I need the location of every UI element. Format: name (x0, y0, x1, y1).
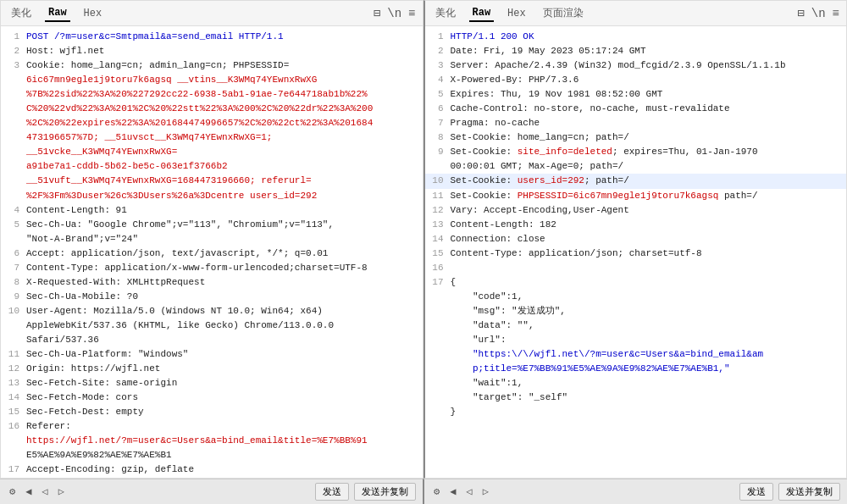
table-row: 4 X-Powered-By: PHP/7.3.6 (425, 73, 847, 87)
left-newline-icon[interactable]: \n (387, 7, 401, 20)
left-panel-header: 美化 Raw Hex ⊟ \n ≡ (1, 1, 423, 26)
table-row: "code":1, (425, 290, 847, 304)
table-row: 9 Sec-Ch-Ua-Mobile: ?0 (1, 290, 423, 304)
table-row: 12 Vary: Accept-Encoding,User-Agent (425, 203, 847, 218)
table-row: 13 Content-Length: 182 (425, 218, 847, 232)
right-panel-content: 1 HTTP/1.1 200 OK 2 Date: Fri, 19 May 20… (425, 26, 847, 478)
left-action-buttons: 发送 发送并复制 (315, 483, 416, 501)
table-row: 6 Cache-Control: no-store, no-cache, mus… (425, 102, 847, 116)
table-row: 17 Accept-Encoding: gzip, deflate (1, 462, 423, 477)
table-row: 7 Pragma: no-cache (425, 116, 847, 130)
right-nav-fwd-icon[interactable]: ▷ (480, 485, 491, 499)
table-row: __51vuft__K3WMq74YEwnxRwXG=1684473196660… (1, 174, 423, 188)
left-tab-beautify[interactable]: 美化 (8, 4, 35, 22)
right-nav-back-icon[interactable]: ◁ (463, 485, 474, 499)
table-row: %2C%20%22expires%22%3A%201684474996657%2… (1, 116, 423, 130)
table-row: 14 Connection: close (425, 232, 847, 246)
table-row: "url": (425, 333, 847, 347)
table-row: 9 Set-Cookie: site_info=deleted; expires… (425, 145, 847, 159)
table-row: 17 { (425, 275, 847, 290)
table-row: 5 Expires: Thu, 19 Nov 1981 08:52:00 GMT (425, 87, 847, 102)
table-row: 7 Content-Type: application/x-www-form-u… (1, 261, 423, 275)
table-row: p;title=%E7%BB%91%E5%AE%9A%E9%82%AE%E7%A… (425, 362, 847, 376)
right-tab-render[interactable]: 页面渲染 (540, 4, 587, 22)
table-row: 14 Sec-Fetch-Mode: cors (1, 390, 423, 405)
left-tab-hex[interactable]: Hex (80, 6, 106, 21)
table-row: "Not-A-Brand";v="24" (1, 232, 423, 246)
table-row: "target": "_self" (425, 390, 847, 405)
left-nav-prev-icon[interactable]: ◀ (23, 485, 34, 499)
table-row: 8 X-Requested-With: XMLHttpRequest (1, 275, 423, 290)
table-row: 18 Accept-Language: zh-CN,zh;q=0.9 (1, 477, 423, 478)
table-row: 3 Server: Apache/2.4.39 (Win32) mod_fcgi… (425, 58, 847, 73)
table-row: 13 Sec-Fetch-Site: same-origin (1, 376, 423, 390)
left-tab-raw[interactable]: Raw (45, 5, 70, 22)
table-row: %2F%3Fm%3Duser%26c%3DUsers%26a%3Dcentre … (1, 189, 423, 203)
table-row: 6 Accept: application/json, text/javascr… (1, 246, 423, 261)
table-row: AppleWebKit/537.36 (KHTML, like Gecko) C… (1, 318, 423, 333)
table-row: %7B%22sid%22%3A%20%227292cc22-6938-5ab1-… (1, 87, 423, 102)
table-row: 15 Content-Type: application/json; chars… (425, 246, 847, 261)
table-row: 15 Sec-Fetch-Dest: empty (1, 405, 423, 419)
left-send-copy-button[interactable]: 发送并复制 (354, 483, 416, 501)
table-row: a91be7a1-cddb-5b62-be5c-063e1f3766b2 (1, 159, 423, 174)
table-row: 10 Set-Cookie: users_id=292; path=/ (425, 174, 847, 188)
left-send-button[interactable]: 发送 (315, 483, 349, 501)
table-row: __51vcke__K3WMq74YEwnxRwXG= (1, 145, 423, 159)
table-row: 16 Referer: (1, 419, 423, 434)
table-row: Safari/537.36 (1, 333, 423, 347)
right-tab-hex[interactable]: Hex (504, 6, 529, 21)
left-nav-fwd-icon[interactable]: ▷ (56, 485, 67, 499)
table-row: 3 Cookie: home_lang=cn; admin_lang=cn; P… (1, 58, 423, 73)
table-row: 10 User-Agent: Mozilla/5.0 (Windows NT 1… (1, 304, 423, 318)
left-nav-back-icon[interactable]: ◁ (39, 485, 50, 499)
left-copy-icon[interactable]: ⊟ (374, 6, 380, 20)
table-row: C%20%22vd%22%3A%201%2C%20%22stt%22%3A%20… (1, 102, 423, 116)
table-row: 473196657%7D; __51uvsct__K3WMq74YEwnxRwX… (1, 130, 423, 145)
table-row: 16 (425, 261, 847, 275)
right-panel: 美化 Raw Hex 页面渲染 ⊟ \n ≡ 1 HTTP/1.1 200 OK… (424, 0, 848, 479)
right-send-copy-button[interactable]: 发送并复制 (778, 483, 840, 501)
right-panel-header: 美化 Raw Hex 页面渲染 ⊟ \n ≡ (425, 1, 847, 26)
table-row: 2 Date: Fri, 19 May 2023 05:17:24 GMT (425, 44, 847, 58)
table-row: 1 POST /?m=user&c=Smtpmail&a=send_email … (1, 30, 423, 44)
table-row: } (425, 405, 847, 419)
right-copy-icon[interactable]: ⊟ (797, 6, 804, 20)
left-panel: 美化 Raw Hex ⊟ \n ≡ 1 POST /?m=user&c=Smtp… (0, 0, 424, 479)
table-row: "https:\/\/wjfl.net\/?m=user&c=Users&a=b… (425, 347, 847, 362)
right-bottom-bar: ⚙ ◀ ◁ ▷ 发送 发送并复制 (423, 479, 847, 504)
table-row: 4 Content-Length: 91 (1, 203, 423, 218)
right-nav-prev-icon[interactable]: ◀ (447, 485, 458, 499)
bottom-bar: ⚙ ◀ ◁ ▷ 发送 发送并复制 ⚙ ◀ ◁ ▷ 发送 发送并复制 (0, 479, 847, 504)
left-nav-settings-icon[interactable]: ⚙ (7, 485, 18, 499)
table-row: 11 Set-Cookie: PHPSESSID=6ic67mn9egle1j9… (425, 189, 847, 203)
table-row: "data": "", (425, 318, 847, 333)
table-row: "wait":1, (425, 376, 847, 390)
table-row: 2 Host: wjfl.net (1, 44, 423, 58)
table-row: 6ic67mn9egle1j9toru7k6agsq __vtins__K3WM… (1, 73, 423, 87)
table-row: 12 Origin: https://wjfl.net (1, 362, 423, 376)
left-panel-content: 1 POST /?m=user&c=Smtpmail&a=send_email … (1, 26, 423, 478)
right-menu-icon[interactable]: ≡ (833, 7, 839, 20)
table-row: 00:00:01 GMT; Max-Age=0; path=/ (425, 159, 847, 174)
table-row: "msg": "发送成功", (425, 304, 847, 318)
table-row: 11 Sec-Ch-Ua-Platform: "Windows" (1, 347, 423, 362)
right-nav-settings-icon[interactable]: ⚙ (431, 485, 442, 499)
left-bottom-bar: ⚙ ◀ ◁ ▷ 发送 发送并复制 (0, 479, 423, 504)
right-send-button[interactable]: 发送 (739, 483, 773, 501)
right-newline-icon[interactable]: \n (811, 7, 826, 20)
right-action-buttons: 发送 发送并复制 (739, 483, 840, 501)
table-row: 8 Set-Cookie: home_lang=cn; path=/ (425, 130, 847, 145)
right-tab-raw[interactable]: Raw (469, 5, 495, 22)
table-row: https://wjfl.net/?m=user&c=Users&a=bind_… (1, 434, 423, 448)
table-row: 5 Sec-Ch-Ua: "Google Chrome";v="113", "C… (1, 218, 423, 232)
table-row: E5%AE%9A%E9%82%AE%E7%AE%B1 (1, 448, 423, 462)
table-row: 1 HTTP/1.1 200 OK (425, 30, 847, 44)
left-menu-icon[interactable]: ≡ (408, 7, 415, 20)
right-tab-beautify[interactable]: 美化 (432, 4, 459, 22)
left-nav-controls: ⚙ ◀ ◁ ▷ (7, 485, 67, 499)
right-nav-controls: ⚙ ◀ ◁ ▷ (431, 485, 491, 499)
